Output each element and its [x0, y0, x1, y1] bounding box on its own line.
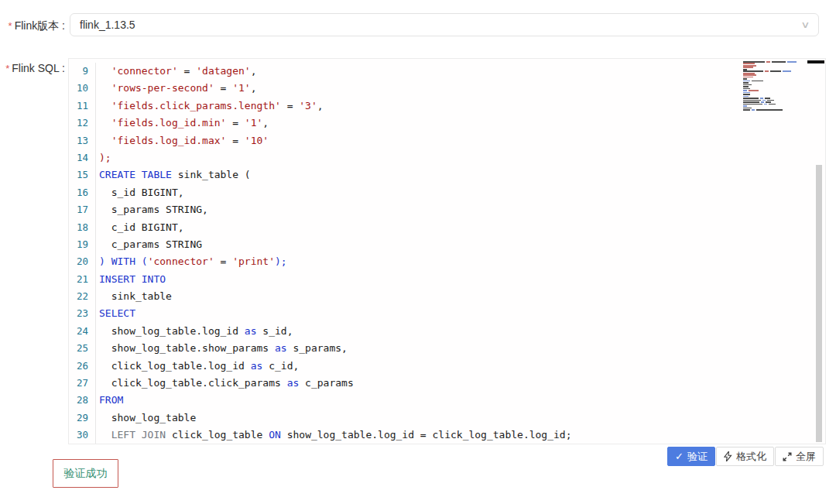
validate-button[interactable]: ✓ 验证 [667, 447, 715, 466]
check-icon: ✓ [675, 451, 684, 461]
code-line: 27 click_log_table.click_params as c_par… [69, 375, 725, 392]
line-number: 29 [69, 410, 95, 427]
line-number: 11 [69, 98, 95, 115]
line-number: 28 [69, 392, 95, 409]
flink-version-value: flink_1.13.5 [80, 19, 135, 31]
line-number: 9 [69, 63, 95, 80]
flink-version-select[interactable]: flink_1.13.5 ∨ [70, 13, 819, 36]
line-number: 19 [69, 236, 95, 253]
code-line: 22 sink_table [69, 288, 725, 305]
line-number: 30 [69, 427, 95, 444]
line-number: 17 [69, 201, 95, 218]
editor-minimap[interactable] [743, 61, 807, 111]
line-number: 15 [69, 166, 95, 183]
flink-version-label-text: Flink版本 : [15, 19, 65, 32]
flink-sql-label-text: Flink SQL : [12, 62, 65, 74]
required-mark: * [9, 20, 12, 32]
code-line: 23SELECT [69, 305, 725, 322]
code-line: 15CREATE TABLE sink_table ( [69, 166, 725, 183]
code-line: 26 click_log_table.log_id as c_id, [69, 358, 725, 375]
code-line: 9 'connector' = 'datagen', [69, 63, 725, 80]
code-line: 16 s_id BIGINT, [69, 184, 725, 201]
line-number: 21 [69, 271, 95, 288]
format-button-label: 格式化 [736, 450, 766, 464]
code-line: 24 show_log_table.log_id as s_id, [69, 323, 725, 340]
line-number: 16 [69, 184, 95, 201]
code-line: 30 LEFT JOIN click_log_table ON show_log… [69, 427, 725, 444]
format-button[interactable]: 格式化 [716, 447, 774, 466]
line-number: 13 [69, 132, 95, 149]
required-mark: * [5, 63, 9, 74]
expand-icon [783, 452, 792, 461]
lightning-icon [724, 451, 732, 461]
line-number: 27 [69, 375, 95, 392]
line-number: 20 [69, 253, 95, 270]
line-number: 26 [69, 358, 95, 375]
flink-version-label: *Flink版本 : [0, 19, 65, 33]
fullscreen-button[interactable]: 全屏 [775, 447, 824, 466]
code-line: 29 show_log_table [69, 410, 725, 427]
code-line: 14); [69, 149, 725, 166]
code-line: 11 'fields.click_params.length' = '3', [69, 98, 725, 115]
line-number: 12 [69, 115, 95, 132]
code-line: 12 'fields.log_id.min' = '1', [69, 115, 725, 132]
overview-ruler-cursor-mark [807, 60, 824, 63]
line-number: 24 [69, 323, 95, 340]
code-line: 25 show_log_table.show_params as s_param… [69, 340, 725, 357]
chevron-down-icon: ∨ [800, 19, 810, 30]
line-number: 23 [69, 305, 95, 322]
code-line: 28FROM [69, 392, 725, 409]
code-lines: 9 'connector' = 'datagen',10 'rows-per-s… [69, 63, 725, 444]
editor-toolbar: ✓ 验证 格式化 全屏 [667, 447, 824, 466]
validation-status-message: 验证成功 [53, 459, 118, 488]
code-line: 18 c_id BIGINT, [69, 219, 725, 236]
code-line: 13 'fields.log_id.max' = '10' [69, 132, 725, 149]
code-line: 17 s_params STRING, [69, 201, 725, 218]
line-number: 14 [69, 149, 95, 166]
code-line: 20) WITH ('connector' = 'print'); [69, 253, 725, 270]
code-line: 10 'rows-per-second' = '1', [69, 80, 725, 97]
sql-code-editor[interactable]: 9 'connector' = 'datagen',10 'rows-per-s… [68, 58, 826, 444]
fullscreen-button-label: 全屏 [796, 450, 816, 464]
code-line: 19 c_params STRING [69, 236, 725, 253]
validation-status-text: 验证成功 [64, 467, 108, 481]
code-line: 21INSERT INTO [69, 271, 725, 288]
flink-sql-label: *Flink SQL : [0, 62, 65, 74]
line-number: 10 [69, 80, 95, 97]
line-number: 25 [69, 340, 95, 357]
line-number: 22 [69, 288, 95, 305]
line-number: 18 [69, 219, 95, 236]
editor-vertical-scrollbar[interactable] [816, 165, 822, 442]
validate-button-label: 验证 [687, 450, 708, 464]
